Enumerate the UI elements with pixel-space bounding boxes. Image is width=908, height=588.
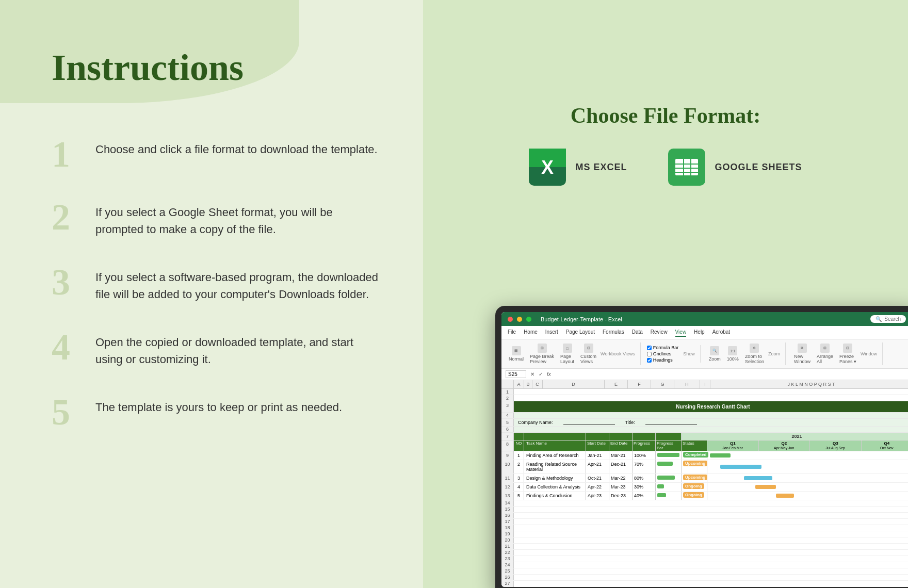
page-break-icon: ⊞ xyxy=(538,344,547,353)
step-number-4: 4 xyxy=(52,329,80,366)
step-text-2: If you select a Google Sheet format, you… xyxy=(95,199,382,238)
ribbon-100[interactable]: 1:1 100% xyxy=(725,345,741,363)
row-num-16: 16 xyxy=(501,513,514,518)
row-16: 16 xyxy=(501,513,908,519)
gantt-bar-4 xyxy=(707,483,908,491)
freeze-icon: ⊟ xyxy=(843,344,852,353)
menu-view[interactable]: View xyxy=(675,328,687,337)
year-header: 2021 xyxy=(682,433,908,440)
ribbon-zoom-selection[interactable]: ⊕ Zoom toSelection xyxy=(743,342,766,365)
menu-page-layout[interactable]: Page Layout xyxy=(566,328,595,337)
ribbon-normal[interactable]: ▦ Normal xyxy=(507,345,526,363)
ribbon-zoom[interactable]: 🔍 Zoom xyxy=(707,345,723,363)
ribbon-new-window[interactable]: ⧉ NewWindow xyxy=(792,342,813,365)
start-2: Apr-21 xyxy=(586,460,609,473)
menu-data[interactable]: Data xyxy=(632,328,643,337)
step-text-1: Choose and click a file format to downlo… xyxy=(95,136,378,158)
gantt-bar-3 xyxy=(707,474,908,482)
data-row-4: 12 4 Data Collection & Analysis Apr-22 M… xyxy=(501,483,908,492)
task-name-3: Design & Methodology xyxy=(524,474,586,482)
progress-bar-2 xyxy=(656,460,682,473)
row-24: 24 xyxy=(501,562,908,568)
col-g: G xyxy=(651,380,674,388)
step-text-5: The template is yours to keep or print a… xyxy=(95,394,342,416)
no-header: NO xyxy=(514,440,524,451)
data-row-2: 10 2 Reading Related Source Material Apr… xyxy=(501,460,908,474)
step-5: 5 The template is yours to keep or print… xyxy=(52,394,382,431)
format-options: X MS EXCEL GOOGLE SHEETS xyxy=(529,149,802,186)
row-num-24: 24 xyxy=(501,562,514,568)
ribbon-custom[interactable]: ⊟ CustomViews xyxy=(578,342,598,365)
task-name-1: Finding Area of Research xyxy=(524,451,586,460)
spreadsheet: A B C D E F G H I J K L M N O P Q R S T xyxy=(501,380,908,587)
ribbon-group-window: ⧉ NewWindow ⊞ ArrangeAll ⊟ FreezePanes ▾… xyxy=(792,342,883,365)
progress-header: Progress xyxy=(633,440,656,451)
ribbon-page-layout[interactable]: □ PageLayout xyxy=(558,342,576,365)
data-row-3: 11 3 Design & Methodology Oct-21 Mar-22 … xyxy=(501,474,908,483)
progress-4: 30% xyxy=(633,483,656,491)
ribbon-freeze[interactable]: ⊟ FreezePanes ▾ xyxy=(837,342,858,365)
col-d: D xyxy=(543,380,605,388)
cell-reference[interactable] xyxy=(506,370,526,378)
headings-checkbox[interactable]: Headings xyxy=(647,357,679,363)
cell-d7 xyxy=(609,433,633,440)
menu-insert[interactable]: Insert xyxy=(545,328,558,337)
step-number-1: 1 xyxy=(52,136,80,173)
col-b: B xyxy=(524,380,532,388)
custom-icon: ⊟ xyxy=(584,344,593,353)
excel-format-option[interactable]: X MS EXCEL xyxy=(529,149,627,186)
arrange-icon: ⊞ xyxy=(820,344,830,353)
status-header: Status xyxy=(682,440,707,451)
menu-home[interactable]: Home xyxy=(524,328,538,337)
menu-review[interactable]: Review xyxy=(651,328,668,337)
sheets-icon xyxy=(668,149,705,186)
choose-format-title: Choose File Format: xyxy=(571,103,761,128)
right-panel: Choose File Format: X MS EXCEL xyxy=(423,0,908,588)
progress-5: 40% xyxy=(633,492,656,500)
row-22: 22 xyxy=(501,550,908,556)
status-2: Upcoming xyxy=(682,460,707,473)
end-2: Dec-21 xyxy=(609,460,633,473)
gridlines-checkbox[interactable]: Gridlines xyxy=(647,351,679,356)
col-headers: A B C D E F G H I J K L M N O P Q R S T xyxy=(501,380,908,389)
ribbon-page-break[interactable]: ⊞ Page BreakPreview xyxy=(528,342,556,365)
page-layout-icon: □ xyxy=(563,344,572,353)
row-17: 17 xyxy=(501,519,908,525)
row-num-20: 20 xyxy=(501,537,514,543)
task-no-2: 2 xyxy=(514,460,524,473)
row-num-1: 1 xyxy=(501,389,514,395)
row-7-year: 7 2021 xyxy=(501,433,908,440)
laptop-screen-outer: Budget-Ledger-Template - Excel 🔍 Search … xyxy=(495,306,908,588)
row-2: 2 xyxy=(501,395,908,401)
row-num-2: 2 xyxy=(501,395,514,401)
menu-formulas[interactable]: Formulas xyxy=(603,328,624,337)
menu-help[interactable]: Help xyxy=(694,328,705,337)
row-num-6: 6 xyxy=(501,427,514,432)
row-num-13: 13 xyxy=(501,492,514,500)
row-num-19: 19 xyxy=(501,531,514,537)
progress-bar-header: Progress Bar xyxy=(656,440,682,451)
excel-menu: File Home Insert Page Layout Formulas Da… xyxy=(501,326,908,339)
cell-e7 xyxy=(633,433,656,440)
cell-row6 xyxy=(514,427,908,432)
sheets-format-option[interactable]: GOOGLE SHEETS xyxy=(668,149,802,186)
end-1: Mar-21 xyxy=(609,451,633,460)
start-5: Apr-23 xyxy=(586,492,609,500)
task-name-header: Task Name xyxy=(524,440,586,451)
excel-search-bar[interactable]: 🔍 Search xyxy=(870,315,906,323)
step-text-3: If you select a software-based program, … xyxy=(95,264,382,303)
laptop-screen-inner: Budget-Ledger-Template - Excel 🔍 Search … xyxy=(501,312,908,587)
status-5: Ongoing xyxy=(682,492,707,500)
start-3: Oct-21 xyxy=(586,474,609,482)
task-name-5: Findings & Conclusion xyxy=(524,492,586,500)
row-15: 15 xyxy=(501,507,908,513)
ribbon-arrange[interactable]: ⊞ ArrangeAll xyxy=(815,342,835,365)
step-number-5: 5 xyxy=(52,394,80,431)
progress-bar-4 xyxy=(656,483,682,491)
menu-file[interactable]: File xyxy=(508,328,516,337)
formula-bar-checkbox[interactable]: Formula Bar xyxy=(647,345,679,350)
page-title: Instructions xyxy=(52,46,382,89)
row-25: 25 xyxy=(501,568,908,575)
menu-acrobat[interactable]: Acrobat xyxy=(712,328,730,337)
cell-empty-2 xyxy=(514,395,908,401)
